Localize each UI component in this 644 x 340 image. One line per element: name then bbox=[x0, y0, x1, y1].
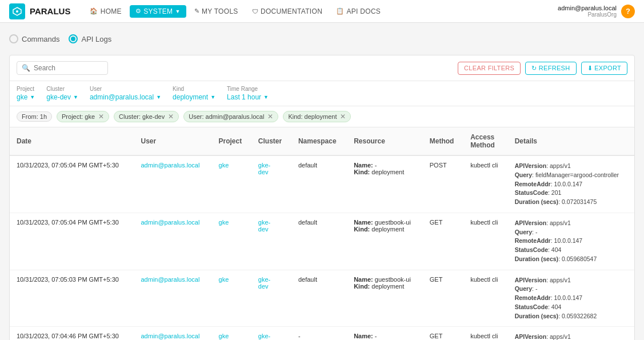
cell-resource: Name: guestbook-uiKind: deployment bbox=[347, 270, 423, 327]
cell-access-method: kubectl cli bbox=[463, 327, 508, 340]
filter-cluster: Cluster gke-dev ▼ bbox=[46, 86, 78, 101]
cell-namespace: default bbox=[291, 213, 347, 270]
cell-project: gke bbox=[212, 155, 251, 213]
cell-cluster: gke-dev bbox=[251, 327, 291, 340]
filter-user: User admin@paralus.local ▼ bbox=[90, 86, 161, 101]
chevron-down-icon: ▼ bbox=[156, 94, 161, 100]
cell-project: gke bbox=[212, 270, 251, 327]
svg-point-1 bbox=[16, 10, 18, 13]
filter-project-value[interactable]: gke ▼ bbox=[17, 93, 35, 101]
remove-user-filter[interactable]: ✕ bbox=[267, 113, 273, 121]
cell-details: APIVersion: apps/v1Query: -RemoteAddr: 1… bbox=[508, 213, 634, 270]
filter-time-value[interactable]: Last 1 hour ▼ bbox=[227, 93, 269, 101]
filter-dropdowns: Project gke ▼ Cluster gke-dev ▼ User adm… bbox=[10, 81, 634, 106]
cell-method: GET bbox=[423, 213, 463, 270]
nav-item-documentation[interactable]: 🛡 DOCUMENTATION bbox=[246, 5, 328, 18]
cell-date: 10/31/2023, 07:05:04 PM GMT+5:30 bbox=[10, 155, 134, 213]
col-resource: Resource bbox=[347, 127, 423, 155]
remove-project-filter[interactable]: ✕ bbox=[98, 113, 104, 121]
search-icon: 🔍 bbox=[22, 64, 30, 72]
export-button[interactable]: ⬇ EXPORT bbox=[581, 62, 628, 75]
cell-resource: Name: guestbook-uiKind: deployment bbox=[347, 213, 423, 270]
top-navigation: PARALUS 🏠 HOME ⚙ SYSTEM ▼ ✎ MY TOOLS 🛡 D… bbox=[0, 0, 644, 23]
cell-access-method: kubectl cli bbox=[463, 213, 508, 270]
cell-date: 10/31/2023, 07:05:04 PM GMT+5:30 bbox=[10, 213, 134, 270]
filter-project-label: Project bbox=[17, 86, 35, 92]
filter-kind-value[interactable]: deployment ▼ bbox=[173, 93, 215, 101]
nav-item-home[interactable]: 🏠 HOME bbox=[84, 5, 127, 18]
cell-cluster: gke-dev bbox=[251, 155, 291, 213]
col-project: Project bbox=[212, 127, 251, 155]
filter-cluster-label: Cluster bbox=[46, 86, 78, 92]
tab-commands[interactable]: Commands bbox=[9, 34, 59, 43]
user-org: ParalusOrg bbox=[558, 11, 617, 18]
cell-namespace: default bbox=[291, 155, 347, 213]
cell-details: APIVersion: apps/v1Query: limit=500Remot… bbox=[508, 327, 634, 340]
cell-details: APIVersion: apps/v1Query: -RemoteAddr: 1… bbox=[508, 270, 634, 327]
help-button[interactable]: ? bbox=[621, 5, 635, 18]
col-method: Method bbox=[423, 127, 463, 155]
search-box[interactable]: 🔍 bbox=[17, 61, 108, 75]
remove-kind-filter[interactable]: ✕ bbox=[340, 113, 346, 121]
filter-tag-from: From: 1h bbox=[17, 111, 52, 122]
cell-cluster: gke-dev bbox=[251, 213, 291, 270]
home-icon: 🏠 bbox=[90, 7, 98, 15]
table-row: 10/31/2023, 07:05:03 PM GMT+5:30admin@pa… bbox=[10, 270, 634, 327]
logs-table: Date User Project Cluster Namespace Reso… bbox=[10, 127, 634, 340]
cell-namespace: default bbox=[291, 270, 347, 327]
chevron-down-icon: ▼ bbox=[175, 9, 180, 14]
filter-tags: From: 1h Project: gke ✕ Cluster: gke-dev… bbox=[10, 106, 634, 127]
cell-date: 10/31/2023, 07:04:46 PM GMT+5:30 bbox=[10, 327, 134, 340]
cell-details: APIVersion: apps/v1Query: fieldManager=a… bbox=[508, 155, 634, 213]
user-email: admin@paralus.local bbox=[558, 5, 617, 11]
cell-cluster: gke-dev bbox=[251, 270, 291, 327]
col-cluster: Cluster bbox=[251, 127, 291, 155]
remove-cluster-filter[interactable]: ✕ bbox=[168, 113, 174, 121]
nav-item-my-tools[interactable]: ✎ MY TOOLS bbox=[189, 5, 244, 18]
main-content: Commands API Logs 🔍 CLEAR FILTERS ↻ REFR… bbox=[0, 23, 644, 340]
cell-method: GET bbox=[423, 270, 463, 327]
cell-user: admin@paralus.local bbox=[134, 155, 211, 213]
cell-resource: Name: -Kind: deployment bbox=[347, 327, 423, 340]
filter-tag-cluster: Cluster: gke-dev ✕ bbox=[114, 111, 179, 122]
filter-time-range: Time Range Last 1 hour ▼ bbox=[227, 86, 269, 101]
cell-method: POST bbox=[423, 155, 463, 213]
tools-icon: ✎ bbox=[194, 7, 199, 15]
filter-tag-user: User: admin@paralus.local ✕ bbox=[183, 111, 278, 122]
filter-time-label: Time Range bbox=[227, 86, 269, 92]
gear-icon: ⚙ bbox=[135, 7, 141, 15]
nav-items: 🏠 HOME ⚙ SYSTEM ▼ ✎ MY TOOLS 🛡 DOCUMENTA… bbox=[84, 5, 544, 18]
table-row: 10/31/2023, 07:05:04 PM GMT+5:30admin@pa… bbox=[10, 213, 634, 270]
user-info[interactable]: admin@paralus.local ParalusOrg bbox=[558, 5, 617, 18]
refresh-button[interactable]: ↻ REFRESH bbox=[525, 62, 576, 75]
search-input[interactable] bbox=[34, 64, 102, 72]
logs-table-container: Date User Project Cluster Namespace Reso… bbox=[10, 127, 634, 340]
nav-item-api-docs[interactable]: 📋 API DOCS bbox=[330, 5, 386, 18]
app-logo[interactable]: PARALUS bbox=[9, 3, 70, 19]
cell-date: 10/31/2023, 07:05:03 PM GMT+5:30 bbox=[10, 270, 134, 327]
filter-kind-label: Kind bbox=[173, 86, 215, 92]
table-header-row: Date User Project Cluster Namespace Reso… bbox=[10, 127, 634, 155]
cell-project: gke bbox=[212, 213, 251, 270]
filter-user-value[interactable]: admin@paralus.local ▼ bbox=[90, 93, 161, 101]
radio-api-logs bbox=[69, 34, 78, 43]
cell-user: admin@paralus.local bbox=[134, 213, 211, 270]
logo-text: PARALUS bbox=[30, 6, 70, 16]
filter-tag-project: Project: gke ✕ bbox=[57, 111, 109, 122]
nav-item-system[interactable]: ⚙ SYSTEM ▼ bbox=[130, 5, 186, 18]
api-icon: 📋 bbox=[336, 7, 344, 15]
logo-icon bbox=[9, 3, 25, 19]
filter-cluster-value[interactable]: gke-dev ▼ bbox=[46, 93, 78, 101]
cell-user: admin@paralus.local bbox=[134, 327, 211, 340]
clear-filters-button[interactable]: CLEAR FILTERS bbox=[458, 62, 521, 75]
cell-project: gke bbox=[212, 327, 251, 340]
nav-right: admin@paralus.local ParalusOrg ? bbox=[558, 5, 635, 18]
api-logs-card: 🔍 CLEAR FILTERS ↻ REFRESH ⬇ EXPORT Proje… bbox=[9, 55, 635, 340]
col-user: User bbox=[134, 127, 211, 155]
doc-icon: 🛡 bbox=[252, 8, 258, 15]
cell-user: admin@paralus.local bbox=[134, 270, 211, 327]
tab-api-logs[interactable]: API Logs bbox=[69, 34, 111, 43]
cell-access-method: kubectl cli bbox=[463, 155, 508, 213]
radio-commands bbox=[9, 34, 18, 43]
filter-project: Project gke ▼ bbox=[17, 86, 35, 101]
